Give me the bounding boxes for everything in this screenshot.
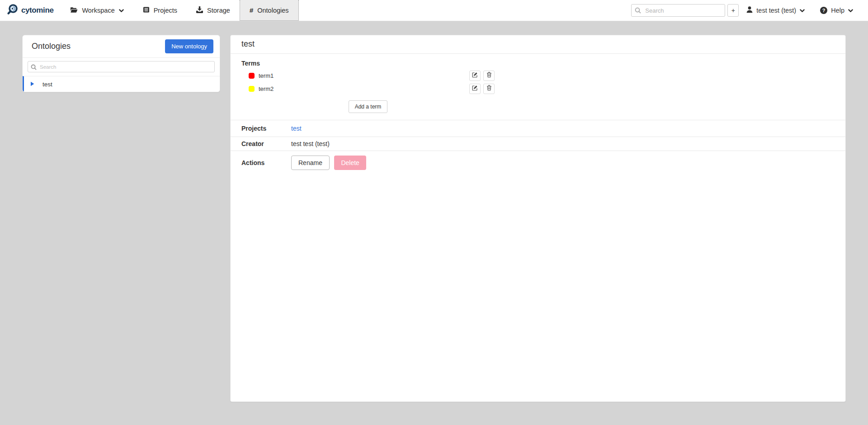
help-label: Help [831,7,844,14]
top-navbar: cytomine Workspace [0,0,868,21]
panel-title: Ontologies [32,42,71,51]
navbar-right: + test test (test) ? Help [631,0,868,21]
projects-row: Projects test [231,120,845,137]
main-navigation: Workspace Projects [61,0,298,21]
download-icon [196,6,203,14]
nav-item-label: Ontologies [257,7,288,14]
nav-item-label: Workspace [82,7,114,14]
nav-item-storage[interactable]: Storage [187,0,240,21]
search-icon [31,64,37,72]
creator-label: Creator [241,140,291,147]
folder-open-icon [70,7,78,14]
actions-label: Actions [241,156,291,166]
edit-icon [472,85,478,92]
term-name: term2 [259,85,469,92]
ontologies-list-panel: Ontologies New ontology test [22,35,220,92]
nav-item-ontologies[interactable]: # Ontologies [240,0,299,21]
cytomine-logo[interactable]: cytomine [0,0,61,21]
ontology-title: test [231,35,845,54]
term-row: term2 [241,83,495,94]
creator-row: Creator test test (test) [231,137,845,151]
term-color-swatch [249,86,255,92]
trash-icon [486,85,492,92]
trash-icon [486,72,492,79]
actions-row: Actions Rename Delete [231,151,845,176]
list-icon [143,7,150,14]
delete-term-button[interactable] [483,84,495,94]
chevron-down-icon [800,7,805,14]
nav-item-workspace[interactable]: Workspace [61,0,133,21]
nav-item-projects[interactable]: Projects [133,0,187,21]
brand-name: cytomine [21,6,53,15]
terms-heading: Terms [241,60,835,67]
term-color-swatch [249,73,255,79]
creator-value: test test (test) [291,140,330,147]
global-search: + [631,4,739,17]
delete-term-button[interactable] [483,71,495,81]
user-icon [746,6,753,14]
rename-button[interactable]: Rename [291,156,330,170]
nav-item-label: Storage [207,7,230,14]
nav-item-label: Projects [154,7,177,14]
chevron-down-icon [119,7,124,14]
caret-right-icon[interactable] [30,81,34,88]
ontology-name: test [42,81,52,88]
help-icon: ? [820,7,827,14]
project-link[interactable]: test [291,125,302,132]
term-name: term1 [259,72,469,79]
search-icon [635,7,641,15]
ontology-tree-item-test[interactable]: test [23,76,220,92]
add-button[interactable]: + [727,4,739,17]
ontologies-search-row [23,58,220,76]
term-row: term1 [241,70,495,81]
edit-term-button[interactable] [469,84,481,94]
ontologies-panel-header: Ontologies New ontology [23,35,220,58]
new-ontology-button[interactable]: New ontology [165,39,213,53]
edit-icon [472,72,478,79]
user-label: test test (test) [756,7,796,14]
edit-term-button[interactable] [469,71,481,81]
search-input[interactable] [631,4,725,17]
chevron-down-icon [848,7,853,14]
hash-icon: # [250,6,253,14]
delete-button[interactable]: Delete [334,156,366,170]
user-menu[interactable]: test test (test) [739,6,812,14]
add-term-button[interactable]: Add a term [349,100,388,113]
ontology-detail-panel: test Terms term1 [230,35,846,402]
projects-label: Projects [241,125,291,132]
ontologies-search-input[interactable] [28,61,215,72]
help-menu[interactable]: ? Help [812,7,861,14]
cytomine-magnifier-icon [5,3,19,18]
terms-section: Terms term1 [231,54,845,113]
